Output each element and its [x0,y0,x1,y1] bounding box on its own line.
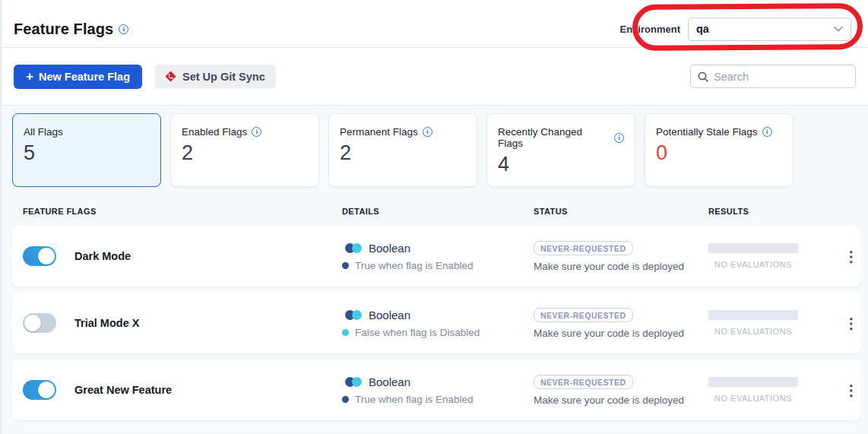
status-badge: NEVER-REQUESTED [534,375,633,389]
results-label: NO EVALUATIONS [708,260,798,269]
table-header: FEATURE FLAGS DETAILS STATUS RESULTS [12,207,861,216]
stat-label: Permanent Flags [340,126,418,138]
info-icon[interactable]: i [252,127,261,137]
page-title: Feature Flags [14,21,113,38]
git-icon [165,71,176,82]
stat-label: Recently Changed Flags [498,126,610,149]
table-row: Trial Mode X Boolean False when flag is … [12,293,861,353]
flag-type: Boolean [369,242,410,255]
info-icon[interactable]: i [762,127,772,137]
flag-toggle[interactable] [23,380,56,400]
value-dot-icon [342,329,349,336]
environment-select[interactable]: qa [688,17,851,41]
flag-type: Boolean [369,375,410,388]
results-bar [708,377,798,387]
results-label: NO EVALUATIONS [708,394,798,403]
stat-card-recently-changed-flags[interactable]: Recently Changed Flags i 4 [486,113,635,187]
stat-value: 2 [340,141,466,165]
plus-icon: + [26,69,33,84]
stat-card-all-flags[interactable]: All Flags 5 [12,113,161,187]
status-text: Make sure your code is deployed [534,394,708,406]
status-text: Make sure your code is deployed [534,261,708,272]
flag-toggle[interactable] [23,313,56,333]
info-icon[interactable]: i [614,133,624,143]
title-info-icon[interactable]: i [119,24,128,34]
toolbar: + New Feature Flag Set Up Git Sync [2,48,868,106]
stat-value: 2 [182,141,308,165]
kebab-menu-icon[interactable]: ⋮ [836,316,859,331]
stat-label: All Flags [24,126,63,138]
environment-label: Environment [620,24,680,35]
column-header-status: STATUS [534,207,708,216]
boolean-type-icon [345,310,362,320]
column-header-feature-flags: FEATURE FLAGS [23,207,342,216]
kebab-menu-icon[interactable]: ⋮ [836,383,859,398]
value-dot-icon [342,262,349,269]
status-text: Make sure your code is deployed [534,328,708,339]
table-row: Great New Feature Boolean True when flag… [12,360,861,420]
flag-description: True when flag is Enabled [355,260,474,271]
setup-git-sync-button[interactable]: Set Up Git Sync [154,65,276,89]
stat-card-enabled-flags[interactable]: Enabled Flags i 2 [170,113,319,187]
stat-card-permanent-flags[interactable]: Permanent Flags i 2 [328,113,477,187]
value-dot-icon [342,396,349,403]
stat-label: Potentially Stale Flags [656,126,758,138]
search-input[interactable] [714,71,856,83]
flag-type: Boolean [369,309,410,322]
boolean-type-icon [345,243,362,253]
feature-flags-page: Feature Flags i Environment qa + New Fea… [0,0,868,434]
column-header-details: DETAILS [342,207,534,216]
flag-description: True when flag is Enabled [355,394,474,405]
flag-toggle[interactable] [23,246,56,266]
status-badge: NEVER-REQUESTED [534,241,633,255]
flag-name[interactable]: Trial Mode X [74,317,139,329]
info-icon[interactable]: i [423,127,432,137]
environment-value: qa [696,23,709,35]
stats-cards: All Flags 5 Enabled Flags i 2 Permanent … [12,113,857,187]
flag-name[interactable]: Great New Feature [74,384,172,396]
stat-value: 0 [656,141,782,165]
search-box [690,65,856,88]
stat-value: 4 [498,153,624,176]
search-icon [698,71,708,82]
page-header: Feature Flags i Environment qa [2,0,868,48]
status-badge: NEVER-REQUESTED [534,308,633,322]
kebab-menu-icon[interactable]: ⋮ [836,249,859,264]
boolean-type-icon [345,377,362,387]
results-bar [708,310,798,320]
stat-card-potentially-stale-flags[interactable]: Potentially Stale Flags i 0 [645,113,794,187]
results-bar [708,243,798,253]
chevron-down-icon [834,26,843,32]
table-row: Dark Mode Boolean True when flag is Enab… [12,226,861,287]
stat-label: Enabled Flags [182,126,247,138]
stat-value: 5 [24,141,150,165]
column-header-results: RESULTS [708,207,836,216]
flag-description: False when flag is Disabled [355,327,480,338]
flag-name[interactable]: Dark Mode [74,250,131,262]
new-feature-flag-button[interactable]: + New Feature Flag [14,65,142,89]
results-label: NO EVALUATIONS [708,327,798,336]
